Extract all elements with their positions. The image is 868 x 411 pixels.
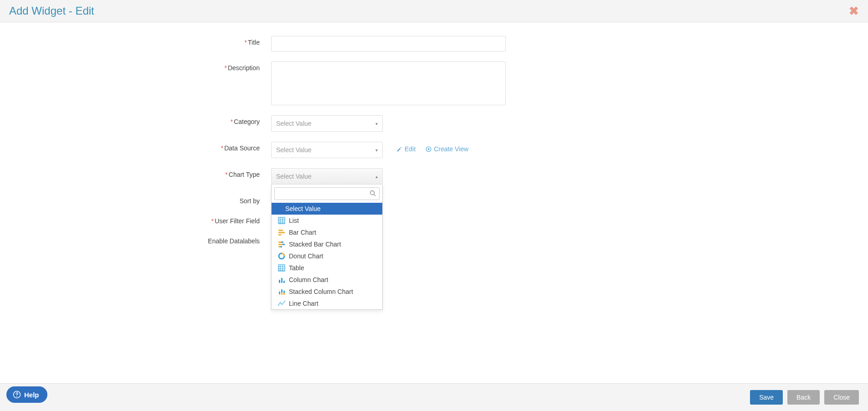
charttype-select-value: Select Value <box>276 173 312 180</box>
svg-rect-30 <box>281 289 282 293</box>
label-category: *Category <box>9 115 271 125</box>
row-description: *Description <box>9 62 859 105</box>
charttype-option[interactable]: Bar Chart <box>272 226 382 238</box>
charttype-option[interactable]: Line Chart <box>272 298 382 309</box>
datasource-select-value: Select Value <box>276 146 312 154</box>
label-datasource: *Data Source <box>9 142 271 152</box>
svg-rect-15 <box>282 244 285 245</box>
charttype-option-label: Bar Chart <box>289 229 316 236</box>
svg-rect-17 <box>280 246 282 247</box>
required-marker: * <box>221 144 223 152</box>
row-sortby: Sort by <box>9 195 859 205</box>
required-marker: * <box>231 118 233 125</box>
list-icon <box>278 217 285 224</box>
title-input[interactable] <box>271 36 506 51</box>
stackedcolumn-icon <box>278 288 285 295</box>
donut-icon <box>278 252 285 260</box>
column-icon <box>278 276 285 283</box>
svg-point-39 <box>16 396 17 397</box>
svg-rect-16 <box>278 246 280 247</box>
description-input[interactable] <box>271 62 506 105</box>
bar-icon <box>278 229 285 236</box>
charttype-option[interactable]: Stacked Bar Chart <box>272 238 382 250</box>
svg-point-36 <box>282 304 283 305</box>
svg-rect-25 <box>279 280 280 283</box>
back-button[interactable]: Back <box>787 390 820 405</box>
help-button[interactable]: Help <box>6 386 47 403</box>
row-datasource: *Data Source Select Value ▾ Edit Create … <box>9 142 859 158</box>
charttype-option-list: Select ValueListBar ChartStacked Bar Cha… <box>272 203 382 309</box>
charttype-select[interactable]: Select Value ▴ <box>271 168 383 185</box>
charttype-option-label: Column Chart <box>289 276 328 283</box>
svg-rect-29 <box>279 293 280 295</box>
charttype-option-label: Select Value <box>285 205 321 212</box>
svg-rect-26 <box>281 278 282 283</box>
charttype-select-container: Select Value ▴ Select ValueListBar Chart… <box>271 168 383 185</box>
modal-footer: Save Back Close <box>0 383 868 411</box>
svg-point-1 <box>370 191 375 195</box>
label-description: *Description <box>9 62 271 72</box>
charttype-option-label: Stacked Column Chart <box>289 288 353 295</box>
svg-rect-28 <box>279 292 280 293</box>
page-title: Add Widget - Edit <box>9 5 94 17</box>
category-select[interactable]: Select Value ▾ <box>271 115 383 132</box>
charttype-option[interactable]: Stacked Column Chart <box>272 286 382 298</box>
charttype-option-label: Donut Chart <box>289 252 323 260</box>
charttype-option-label: Line Chart <box>289 300 318 307</box>
svg-rect-31 <box>281 293 282 295</box>
charttype-option-label: List <box>289 217 299 224</box>
svg-rect-12 <box>278 241 281 243</box>
line-icon <box>278 300 285 307</box>
svg-rect-11 <box>278 234 281 236</box>
plus-circle-icon <box>426 146 431 152</box>
pencil-icon <box>396 146 402 152</box>
label-datalabels: Enable Datalabels <box>9 235 271 245</box>
close-button[interactable]: Close <box>824 390 859 405</box>
dropdown-search <box>272 185 382 203</box>
svg-rect-33 <box>283 293 285 295</box>
required-marker: * <box>225 171 227 178</box>
search-icon <box>370 190 376 198</box>
charttype-search-input[interactable] <box>274 187 380 200</box>
table-icon <box>278 264 285 272</box>
charttype-option[interactable]: Select Value <box>272 203 382 215</box>
required-marker: * <box>211 217 214 225</box>
form-body: *Title *Description *Category Select Val… <box>0 22 868 282</box>
stackedbar-icon <box>278 241 285 248</box>
row-userfilter: *User Filter Field <box>9 215 859 225</box>
charttype-option[interactable]: Donut Chart <box>272 250 382 262</box>
charttype-dropdown-panel: Select ValueListBar ChartStacked Bar Cha… <box>271 185 383 310</box>
svg-line-2 <box>374 195 376 196</box>
charttype-option[interactable]: List <box>272 215 382 226</box>
help-label: Help <box>24 391 39 399</box>
label-sortby: Sort by <box>9 195 271 205</box>
modal-header: Add Widget - Edit ✖ <box>0 0 868 22</box>
svg-point-35 <box>280 302 281 303</box>
svg-rect-32 <box>283 291 285 293</box>
edit-link[interactable]: Edit <box>396 145 416 153</box>
charttype-option[interactable]: Column Chart <box>272 274 382 286</box>
row-charttype: *Chart Type Select Value ▴ Sele <box>9 168 859 185</box>
svg-rect-9 <box>278 230 283 231</box>
label-charttype: *Chart Type <box>9 168 271 178</box>
datasource-select[interactable]: Select Value ▾ <box>271 142 383 158</box>
help-icon <box>13 390 21 399</box>
close-icon[interactable]: ✖ <box>849 5 859 17</box>
category-select-value: Select Value <box>276 120 312 127</box>
row-category: *Category Select Value ▾ <box>9 115 859 132</box>
charttype-option-label: Stacked Bar Chart <box>289 241 341 248</box>
chevron-up-icon: ▴ <box>375 174 378 179</box>
label-userfilter: *User Filter Field <box>9 215 271 225</box>
label-title: *Title <box>9 36 271 46</box>
svg-rect-27 <box>283 281 285 283</box>
charttype-option[interactable]: Table <box>272 262 382 274</box>
required-marker: * <box>245 39 247 46</box>
svg-rect-13 <box>281 241 283 243</box>
datasource-links: Edit Create View <box>396 142 468 153</box>
row-title: *Title <box>9 36 859 51</box>
charttype-option-label: Table <box>289 264 304 272</box>
create-view-link[interactable]: Create View <box>426 145 468 153</box>
svg-rect-14 <box>278 244 282 245</box>
chevron-down-icon: ▾ <box>375 121 378 126</box>
save-button[interactable]: Save <box>750 390 783 405</box>
